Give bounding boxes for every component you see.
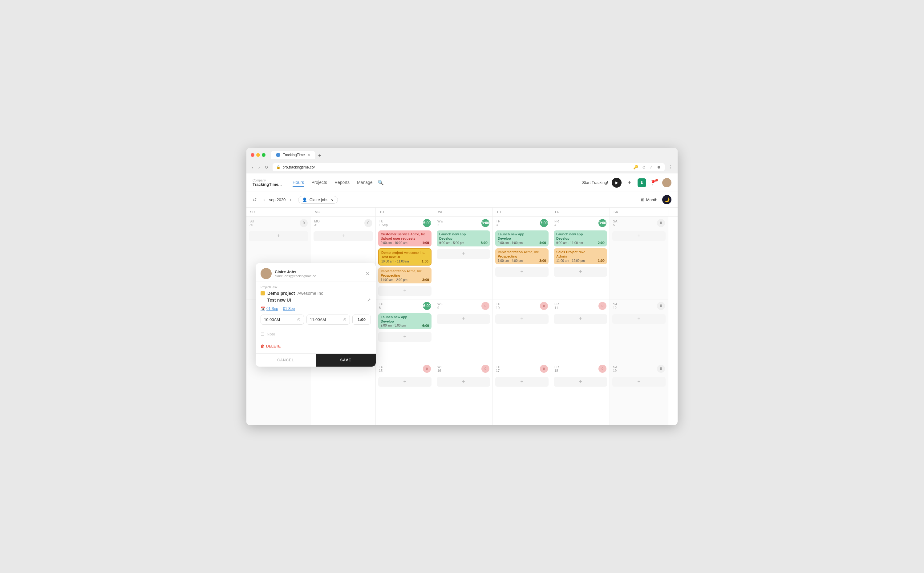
date-badge-we16: 0 <box>482 365 489 373</box>
popup-date-end[interactable]: 01 Sep <box>283 307 295 311</box>
date-label-sa19: SA19 <box>613 365 618 373</box>
cal-col-th17: TH17 0 + <box>493 362 551 425</box>
date-badge-fr11: 0 <box>599 302 607 310</box>
forward-button[interactable]: › <box>257 164 261 171</box>
add-event-sa5[interactable]: + <box>612 231 666 241</box>
add-event-tu15[interactable]: + <box>378 377 432 387</box>
add-event-we16[interactable]: + <box>437 377 490 387</box>
minimize-window-button[interactable] <box>256 153 260 157</box>
popup-project-task-label: Project/Task <box>261 286 371 289</box>
prev-month-button[interactable]: ‹ <box>261 197 267 203</box>
add-event-we9[interactable]: + <box>437 314 490 324</box>
new-tab-button[interactable]: + <box>316 152 324 159</box>
date-badge-sa5: 0 <box>657 219 665 227</box>
company-name: TrackingTime... <box>253 182 283 187</box>
external-link-icon[interactable]: ↗ <box>367 297 371 303</box>
event-project-name: Implementation Acme, Inc. <box>498 250 539 254</box>
user-selector[interactable]: 👤 Claire jobs ∨ <box>298 196 338 204</box>
end-time-input[interactable]: 11:00AM ⏱ <box>306 315 350 325</box>
close-window-button[interactable] <box>251 153 255 157</box>
event-card-launch-fr4[interactable]: Launch new app Develop 9:00 am - 11:00 a… <box>554 230 607 246</box>
event-card-customerservice[interactable]: Customer Service Acme, Inc. Upload user … <box>378 230 432 246</box>
add-event-th3[interactable]: + <box>495 267 549 277</box>
note-placeholder: Note <box>267 332 275 337</box>
smiley-icon: ☺ <box>642 165 646 169</box>
company-label: Company <box>253 178 283 182</box>
add-button[interactable]: + <box>625 178 634 187</box>
event-card-launch-th3[interactable]: Launch new app Develop 9:00 am - 1:00 pm… <box>495 230 549 246</box>
search-button[interactable]: 🔍 <box>378 180 384 185</box>
user-avatar[interactable] <box>662 178 671 187</box>
popup-date-end-label: 01 Sep <box>283 307 295 311</box>
record-icon: ⏺ <box>657 165 661 169</box>
back-button[interactable]: ‹ <box>251 164 255 171</box>
popup-project-row: Demo project Awesome Inc <box>261 291 371 296</box>
nav-manage[interactable]: Manage <box>357 178 373 187</box>
add-event-fr4[interactable]: + <box>554 267 607 277</box>
add-event-mo31[interactable]: + <box>314 231 373 241</box>
browser-nav-buttons: ‹ › ↻ <box>251 164 269 171</box>
popup-delete-button[interactable]: 🗑 DELETE <box>261 341 371 350</box>
play-button[interactable]: ▶ <box>612 178 622 188</box>
popup-user-email: claire.jobs@trackingtime.co <box>275 274 364 278</box>
event-task-name: Develop <box>556 236 569 240</box>
event-card-sales-fr4[interactable]: Sales Project Nike Admin 11:00 am - 12:0… <box>554 248 607 264</box>
reload-button[interactable]: ↻ <box>263 164 269 171</box>
popup-note-field[interactable]: ☰ Note <box>261 329 371 339</box>
cal-col-fr11: FR11 0 + <box>551 299 610 362</box>
address-bar[interactable]: 🔒 pro.trackingtime.co/ 🔑 ☺ ☆ ⏺ <box>273 163 664 171</box>
next-month-button[interactable]: › <box>288 197 293 203</box>
event-card-launch-tu8[interactable]: Launch new app Develop 9:00 am - 3:00 pm… <box>378 313 432 329</box>
maximize-window-button[interactable] <box>262 153 266 157</box>
key-icon: 🔑 <box>633 165 638 169</box>
tab-close-button[interactable]: ✕ <box>307 153 310 157</box>
date-badge-tu8: 6:00 <box>423 302 431 310</box>
start-time-input[interactable]: 10:00AM ⏱ <box>261 315 304 325</box>
active-tab[interactable]: TrackingTime ✕ <box>271 151 315 159</box>
nav-links: Hours Projects Reports Manage <box>292 178 373 187</box>
address-bar-row: ‹ › ↻ 🔒 pro.trackingtime.co/ 🔑 ☺ ☆ ⏺ ⋮ <box>251 161 673 174</box>
date-badge-th17: 0 <box>540 365 548 373</box>
cal-col-tu15: TU15 0 + <box>376 362 434 425</box>
cal-col-tu8: TU8 6:00 Launch new app Develop 9:00 am … <box>376 299 434 362</box>
event-card-impl-th3[interactable]: Implementation Acme, Inc. Prospecting 1:… <box>495 248 549 264</box>
add-event-sa12[interactable]: + <box>612 314 666 324</box>
cancel-button[interactable]: CANCEL <box>256 354 316 366</box>
date-label-th3: TH3 <box>496 219 500 227</box>
add-event-th17[interactable]: + <box>495 377 549 387</box>
add-event-tu8[interactable]: + <box>378 332 432 342</box>
browser-menu-button[interactable]: ⋮ <box>668 164 673 170</box>
app-container: Company TrackingTime... Hours Projects R… <box>246 174 678 425</box>
add-event-th10[interactable]: + <box>495 314 549 324</box>
add-event-tu1[interactable]: + <box>378 286 432 296</box>
event-card-demoproject[interactable]: Demo project Awesome Inc. Test new UI 10… <box>378 248 432 266</box>
add-event-sa19[interactable]: + <box>612 377 666 387</box>
nav-projects[interactable]: Projects <box>311 178 327 187</box>
nav-hours[interactable]: Hours <box>292 178 304 187</box>
add-event-we2[interactable]: + <box>437 249 490 259</box>
add-event-fr11[interactable]: + <box>554 314 607 324</box>
event-task-name: Prospecting <box>381 274 400 277</box>
date-badge-su30: 0 <box>300 219 308 227</box>
notification-button[interactable]: 🚩 <box>650 178 658 187</box>
bookmark-icon[interactable]: ☆ <box>650 165 653 169</box>
event-card-implementation-tu1[interactable]: Implementation Acme, Inc. Prospecting 11… <box>378 268 432 283</box>
address-bar-icons: 🔑 ☺ ☆ ⏺ <box>633 165 661 169</box>
month-view-button[interactable]: ⊞ Month <box>638 196 660 204</box>
save-button[interactable]: SAVE <box>316 354 376 366</box>
nav-reports[interactable]: Reports <box>335 178 350 187</box>
cal-col-sa12: SA12 0 + <box>610 299 668 362</box>
tab-title: TrackingTime <box>283 153 305 157</box>
popup-close-button[interactable]: ✕ <box>364 269 371 278</box>
date-label-su30: SU30 <box>250 219 254 227</box>
header-tu: TU <box>376 208 434 216</box>
event-card-launch-we2[interactable]: Launch new app Develop 9:00 am - 5:00 pm… <box>437 230 490 246</box>
add-event-su30[interactable]: + <box>249 231 308 241</box>
dark-mode-button[interactable]: 🌙 <box>662 195 671 204</box>
refresh-button[interactable]: ↺ <box>253 197 256 203</box>
cal-col-we16: WE16 0 + <box>434 362 493 425</box>
popup-date-start[interactable]: 📅 01 Sep <box>261 307 278 311</box>
event-time-range: 11:00 am - 2:00 pm <box>381 278 408 282</box>
add-event-fr18[interactable]: + <box>554 377 607 387</box>
download-button[interactable]: ⬇ <box>638 178 646 187</box>
